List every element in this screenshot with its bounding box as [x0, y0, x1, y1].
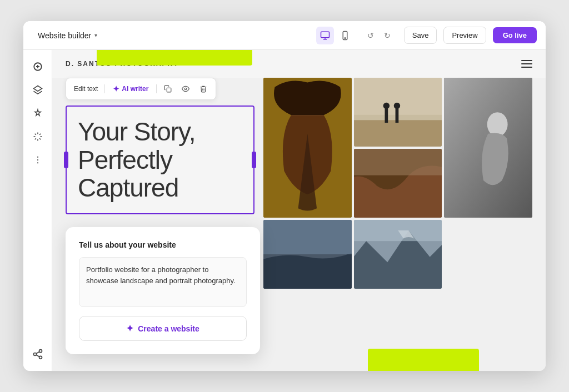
hero-headline[interactable]: Your Story, Perfectly Captured [78, 118, 242, 202]
svg-rect-20 [354, 120, 442, 147]
edit-text-btn[interactable]: Edit text [71, 83, 101, 94]
svg-rect-32 [263, 220, 352, 254]
top-bar: Website builder ▾ ↺ ↻ Save Preview Go li… [23, 21, 546, 50]
builder-label: Website builder [38, 31, 91, 40]
svg-point-7 [37, 157, 38, 158]
text-edit-toolbar: Edit text ✦ AI writer [66, 78, 216, 100]
ai-tools-btn[interactable] [28, 103, 48, 123]
more-btn[interactable] [28, 150, 48, 170]
connection-btn[interactable] [28, 344, 48, 364]
canvas-area: D. SANTOS PHOTOGRAPHY Edit text ✦ [52, 50, 546, 371]
photo-cell-6 [354, 220, 442, 289]
divider-2 [156, 84, 157, 93]
add-element-btn[interactable] [28, 57, 48, 77]
hamburger-line-2 [521, 63, 532, 64]
hamburger-line-1 [521, 60, 532, 61]
svg-rect-30 [354, 149, 442, 175]
svg-rect-24 [395, 107, 398, 123]
resize-handle-right[interactable] [252, 152, 256, 168]
svg-point-9 [37, 162, 38, 163]
photo-cell-1 [263, 78, 352, 218]
svg-point-12 [39, 356, 42, 359]
undo-redo: ↺ ↻ [363, 28, 395, 43]
lime-accent-bottom [368, 349, 479, 371]
redo-btn[interactable]: ↻ [380, 28, 395, 43]
svg-marker-6 [33, 86, 42, 92]
hamburger-menu[interactable] [521, 60, 532, 68]
left-sidebar [23, 50, 52, 371]
resize-handle-left[interactable] [64, 152, 68, 168]
svg-rect-22 [385, 107, 388, 123]
golive-button[interactable]: Go live [493, 27, 537, 43]
svg-point-8 [37, 159, 38, 160]
save-button[interactable]: Save [404, 27, 437, 44]
layers-btn[interactable] [28, 80, 48, 100]
view-icons [316, 27, 354, 44]
desktop-view-btn[interactable] [316, 27, 334, 44]
svg-rect-0 [321, 32, 329, 38]
photo-cell-3 [444, 78, 532, 218]
ai-panel-textarea[interactable] [79, 257, 247, 307]
svg-point-10 [39, 350, 42, 353]
create-star-icon: ✦ [126, 323, 133, 334]
copy-btn[interactable] [160, 81, 176, 97]
svg-point-23 [383, 103, 389, 109]
svg-point-2 [345, 37, 346, 38]
svg-line-14 [36, 351, 39, 353]
ai-panel-title: Tell us about your website [79, 240, 247, 249]
svg-point-11 [33, 353, 36, 356]
ai-star-icon: ✦ [113, 84, 119, 93]
photo-cell-5 [263, 220, 352, 289]
create-website-label: Create a website [138, 324, 199, 333]
eye-btn[interactable] [178, 81, 193, 97]
ai-writer-btn[interactable]: ✦ AI writer [108, 83, 153, 95]
svg-line-13 [36, 355, 39, 356]
photo-cell-2 [354, 78, 442, 147]
create-website-btn[interactable]: ✦ Create a website [79, 316, 247, 341]
ai-writer-label: AI writer [122, 85, 148, 93]
preview-button[interactable]: Preview [443, 27, 486, 44]
mobile-view-btn[interactable] [336, 27, 354, 44]
main-layout: D. SANTOS PHOTOGRAPHY Edit text ✦ [23, 50, 546, 371]
photo-cell-4 [354, 149, 442, 218]
chevron-down-icon: ▾ [94, 32, 97, 38]
divider-1 [104, 84, 105, 93]
svg-rect-15 [167, 88, 172, 92]
builder-dropdown[interactable]: Website builder ▾ [32, 28, 103, 43]
svg-point-28 [487, 112, 508, 137]
photo-grid [263, 78, 532, 289]
lime-accent-top [97, 50, 252, 66]
svg-rect-34 [354, 220, 442, 241]
ai-panel: Tell us about your website ✦ Create a we… [66, 227, 260, 354]
sparkle-btn[interactable] [28, 127, 48, 147]
svg-point-25 [393, 103, 400, 109]
delete-btn[interactable] [196, 81, 211, 97]
svg-point-16 [185, 88, 187, 90]
browser-window: Website builder ▾ ↺ ↻ Save Preview Go li… [23, 21, 546, 371]
undo-btn[interactable]: ↺ [363, 28, 378, 43]
hero-text-box[interactable]: Your Story, Perfectly Captured [66, 105, 254, 214]
hamburger-line-3 [521, 67, 532, 68]
